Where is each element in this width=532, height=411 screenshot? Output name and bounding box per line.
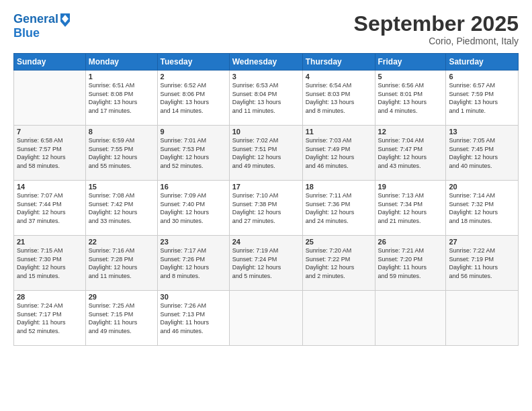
day-number: 5 [378, 73, 443, 81]
calendar-cell: 5Sunrise: 6:56 AM Sunset: 8:01 PM Daylig… [375, 71, 446, 126]
logo: General Blue [13, 12, 71, 40]
weekday-header-saturday: Saturday [446, 54, 519, 71]
day-number: 21 [17, 238, 83, 246]
day-number: 23 [161, 238, 226, 246]
day-info: Sunrise: 6:56 AM Sunset: 8:01 PM Dayligh… [378, 81, 443, 115]
day-info: Sunrise: 7:08 AM Sunset: 7:42 PM Dayligh… [89, 191, 154, 225]
logo-text-blue: Blue [13, 27, 71, 40]
day-number: 10 [232, 128, 300, 136]
calendar-cell: 30Sunrise: 7:26 AM Sunset: 7:13 PM Dayli… [157, 291, 229, 346]
day-info: Sunrise: 7:14 AM Sunset: 7:32 PM Dayligh… [449, 191, 515, 225]
day-number: 26 [378, 238, 443, 246]
day-number: 2 [161, 73, 226, 81]
calendar-week-row: 7Sunrise: 6:58 AM Sunset: 7:57 PM Daylig… [14, 126, 519, 181]
day-info: Sunrise: 7:04 AM Sunset: 7:47 PM Dayligh… [378, 136, 443, 170]
calendar-cell [446, 291, 519, 346]
weekday-header-tuesday: Tuesday [157, 54, 229, 71]
day-info: Sunrise: 7:09 AM Sunset: 7:40 PM Dayligh… [161, 191, 226, 225]
day-number: 18 [306, 183, 372, 191]
day-info: Sunrise: 7:22 AM Sunset: 7:19 PM Dayligh… [449, 246, 515, 280]
calendar-cell: 20Sunrise: 7:14 AM Sunset: 7:32 PM Dayli… [446, 181, 519, 236]
calendar-week-row: 1Sunrise: 6:51 AM Sunset: 8:08 PM Daylig… [14, 71, 519, 126]
day-number: 19 [378, 183, 443, 191]
calendar-cell: 25Sunrise: 7:20 AM Sunset: 7:22 PM Dayli… [302, 236, 375, 291]
calendar-cell: 9Sunrise: 7:01 AM Sunset: 7:53 PM Daylig… [157, 126, 229, 181]
day-number: 7 [17, 128, 83, 136]
day-info: Sunrise: 6:51 AM Sunset: 8:08 PM Dayligh… [89, 81, 154, 115]
calendar-cell: 19Sunrise: 7:13 AM Sunset: 7:34 PM Dayli… [375, 181, 446, 236]
day-info: Sunrise: 7:10 AM Sunset: 7:38 PM Dayligh… [232, 191, 300, 225]
calendar-cell: 24Sunrise: 7:19 AM Sunset: 7:24 PM Dayli… [229, 236, 302, 291]
day-number: 3 [232, 73, 300, 81]
day-number: 14 [17, 183, 83, 191]
calendar-header-row: SundayMondayTuesdayWednesdayThursdayFrid… [14, 54, 519, 71]
calendar-cell: 13Sunrise: 7:05 AM Sunset: 7:45 PM Dayli… [446, 126, 519, 181]
day-number: 13 [449, 128, 515, 136]
calendar-cell: 11Sunrise: 7:03 AM Sunset: 7:49 PM Dayli… [302, 126, 375, 181]
calendar-week-row: 21Sunrise: 7:15 AM Sunset: 7:30 PM Dayli… [14, 236, 519, 291]
day-info: Sunrise: 7:25 AM Sunset: 7:15 PM Dayligh… [89, 302, 154, 335]
location-subtitle: Corio, Piedmont, Italy [354, 36, 519, 46]
logo-text: General [13, 13, 58, 26]
day-info: Sunrise: 7:03 AM Sunset: 7:49 PM Dayligh… [306, 136, 372, 170]
calendar-cell [375, 291, 446, 346]
day-number: 30 [161, 293, 226, 301]
calendar-cell: 12Sunrise: 7:04 AM Sunset: 7:47 PM Dayli… [375, 126, 446, 181]
calendar-cell [14, 71, 86, 126]
day-info: Sunrise: 6:57 AM Sunset: 7:59 PM Dayligh… [449, 81, 515, 115]
day-info: Sunrise: 7:16 AM Sunset: 7:28 PM Dayligh… [89, 246, 154, 280]
day-info: Sunrise: 7:15 AM Sunset: 7:30 PM Dayligh… [17, 246, 83, 280]
calendar-cell: 15Sunrise: 7:08 AM Sunset: 7:42 PM Dayli… [85, 181, 157, 236]
calendar-cell: 28Sunrise: 7:24 AM Sunset: 7:17 PM Dayli… [14, 291, 86, 346]
calendar-cell: 10Sunrise: 7:02 AM Sunset: 7:51 PM Dayli… [229, 126, 302, 181]
calendar-cell: 8Sunrise: 6:59 AM Sunset: 7:55 PM Daylig… [85, 126, 157, 181]
weekday-header-friday: Friday [375, 54, 446, 71]
day-number: 12 [378, 128, 443, 136]
calendar-cell: 4Sunrise: 6:54 AM Sunset: 8:03 PM Daylig… [302, 71, 375, 126]
day-number: 25 [306, 238, 372, 246]
calendar-cell: 23Sunrise: 7:17 AM Sunset: 7:26 PM Dayli… [157, 236, 229, 291]
day-info: Sunrise: 6:54 AM Sunset: 8:03 PM Dayligh… [306, 81, 372, 115]
day-info: Sunrise: 7:01 AM Sunset: 7:53 PM Dayligh… [161, 136, 226, 170]
calendar-cell: 7Sunrise: 6:58 AM Sunset: 7:57 PM Daylig… [14, 126, 86, 181]
day-info: Sunrise: 6:52 AM Sunset: 8:06 PM Dayligh… [161, 81, 226, 115]
weekday-header-wednesday: Wednesday [229, 54, 302, 71]
calendar-cell: 14Sunrise: 7:07 AM Sunset: 7:44 PM Dayli… [14, 181, 86, 236]
calendar-cell: 18Sunrise: 7:11 AM Sunset: 7:36 PM Dayli… [302, 181, 375, 236]
calendar-cell: 17Sunrise: 7:10 AM Sunset: 7:38 PM Dayli… [229, 181, 302, 236]
day-info: Sunrise: 7:17 AM Sunset: 7:26 PM Dayligh… [161, 246, 226, 280]
calendar-cell: 6Sunrise: 6:57 AM Sunset: 7:59 PM Daylig… [446, 71, 519, 126]
calendar-week-row: 14Sunrise: 7:07 AM Sunset: 7:44 PM Dayli… [14, 181, 519, 236]
day-number: 8 [89, 128, 154, 136]
day-number: 17 [232, 183, 300, 191]
day-info: Sunrise: 6:59 AM Sunset: 7:55 PM Dayligh… [89, 136, 154, 170]
calendar-cell: 3Sunrise: 6:53 AM Sunset: 8:04 PM Daylig… [229, 71, 302, 126]
calendar-cell: 21Sunrise: 7:15 AM Sunset: 7:30 PM Dayli… [14, 236, 86, 291]
day-number: 22 [89, 238, 154, 246]
day-number: 15 [89, 183, 154, 191]
calendar-table: SundayMondayTuesdayWednesdayThursdayFrid… [13, 53, 519, 346]
day-info: Sunrise: 7:05 AM Sunset: 7:45 PM Dayligh… [449, 136, 515, 170]
calendar-cell: 2Sunrise: 6:52 AM Sunset: 8:06 PM Daylig… [157, 71, 229, 126]
day-number: 9 [161, 128, 226, 136]
day-number: 16 [161, 183, 226, 191]
day-info: Sunrise: 7:26 AM Sunset: 7:13 PM Dayligh… [161, 302, 226, 335]
calendar-cell: 1Sunrise: 6:51 AM Sunset: 8:08 PM Daylig… [85, 71, 157, 126]
weekday-header-sunday: Sunday [14, 54, 86, 71]
day-number: 11 [306, 128, 372, 136]
day-number: 27 [449, 238, 515, 246]
header: General Blue September 2025 Corio, Piedm… [13, 12, 519, 46]
calendar-week-row: 28Sunrise: 7:24 AM Sunset: 7:17 PM Dayli… [14, 291, 519, 346]
weekday-header-monday: Monday [85, 54, 157, 71]
day-number: 4 [306, 73, 372, 81]
day-info: Sunrise: 6:53 AM Sunset: 8:04 PM Dayligh… [232, 81, 300, 115]
title-block: September 2025 Corio, Piedmont, Italy [354, 12, 519, 46]
day-info: Sunrise: 7:07 AM Sunset: 7:44 PM Dayligh… [17, 191, 83, 225]
logo-icon [59, 12, 71, 27]
calendar-cell: 27Sunrise: 7:22 AM Sunset: 7:19 PM Dayli… [446, 236, 519, 291]
day-info: Sunrise: 7:20 AM Sunset: 7:22 PM Dayligh… [306, 246, 372, 280]
day-number: 20 [449, 183, 515, 191]
day-info: Sunrise: 7:11 AM Sunset: 7:36 PM Dayligh… [306, 191, 372, 225]
day-info: Sunrise: 7:21 AM Sunset: 7:20 PM Dayligh… [378, 246, 443, 280]
month-title: September 2025 [354, 12, 519, 36]
